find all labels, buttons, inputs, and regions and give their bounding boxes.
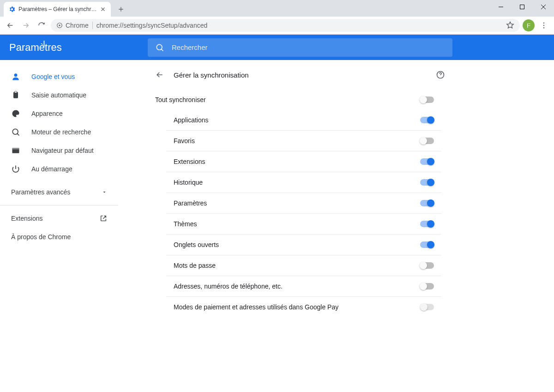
person-icon [11, 72, 20, 81]
palette-icon [11, 109, 20, 118]
sync-item-label: Mots de passe [174, 262, 216, 269]
window-controls [490, 0, 554, 14]
profile-avatar[interactable]: F [523, 19, 535, 31]
back-arrow-icon[interactable] [155, 70, 164, 79]
sync-item-toggle[interactable] [420, 138, 434, 144]
sync-item-toggle[interactable] [420, 262, 434, 269]
svg-point-6 [157, 44, 162, 50]
sync-item-row: Onglets ouverts [166, 234, 441, 255]
forward-button[interactable] [19, 19, 32, 32]
sidebar-about-label: À propos de Chrome [11, 233, 71, 241]
sync-item-row: Thèmes [166, 213, 441, 234]
sync-item-toggle[interactable] [420, 241, 434, 248]
sidebar-item-label: Apparence [31, 110, 63, 117]
page-header: Gérer la synchronisation [148, 60, 452, 90]
browser-toolbar: Chrome chrome://settings/syncSetup/advan… [0, 17, 554, 35]
sidebar-item-startup[interactable]: Au démarrage [0, 160, 118, 178]
menu-button[interactable] [537, 19, 550, 32]
search-icon [11, 127, 20, 137]
svg-point-10 [12, 129, 18, 134]
url-text: chrome://settings/syncSetup/advanced [96, 22, 207, 29]
search-icon [155, 43, 164, 52]
settings-search-input[interactable] [172, 43, 445, 51]
content: Google et vous Saisie automatique Appare… [0, 60, 554, 392]
site-chip-label: Chrome [66, 22, 89, 29]
sync-settings-list: Tout synchroniser ApplicationsFavorisExt… [148, 90, 452, 328]
sync-item-label: Modes de paiement et adresses utilisés d… [174, 303, 338, 311]
text-cursor-icon: I [43, 39, 45, 49]
address-bar[interactable]: Chrome chrome://settings/syncSetup/advan… [51, 19, 520, 32]
external-link-icon [100, 215, 107, 222]
sidebar-item-search[interactable]: Moteur de recherche [0, 123, 118, 141]
sidebar-item-label: Saisie automatique [31, 91, 86, 99]
reload-button[interactable] [35, 19, 48, 32]
settings-header: Paramètres I [0, 35, 554, 60]
sidebar-about[interactable]: À propos de Chrome [0, 228, 118, 246]
tab-strip: Paramètres – Gérer la synchronis [0, 0, 127, 17]
sidebar-extensions-label: Extensions [11, 215, 42, 222]
site-chip: Chrome [56, 22, 89, 29]
clipboard-icon [11, 90, 20, 100]
window-icon [11, 146, 20, 155]
power-icon [11, 164, 20, 174]
sync-item-toggle[interactable] [420, 179, 434, 186]
close-window-button[interactable] [533, 0, 554, 14]
sidebar-item-label: Google et vous [31, 73, 75, 80]
sync-item-row: Favoris [166, 130, 441, 151]
sync-item-row: Extensions [166, 151, 441, 172]
sync-item-row: Paramètres [166, 193, 441, 213]
sidebar-item-label: Navigateur par défaut [31, 147, 94, 154]
sidebar-item-label: Moteur de recherche [31, 128, 91, 136]
svg-rect-12 [12, 148, 19, 149]
help-icon[interactable] [436, 70, 445, 79]
svg-point-4 [543, 25, 544, 26]
sync-item-label: Adresses, numéros de téléphone, etc. [174, 283, 283, 290]
sync-item-label: Thèmes [174, 220, 197, 228]
sync-item-toggle[interactable] [420, 117, 434, 123]
sync-item-row: Historique [166, 172, 441, 193]
sidebar-item-default-browser[interactable]: Navigateur par défaut [0, 141, 118, 160]
settings-search[interactable] [148, 38, 452, 57]
svg-point-7 [14, 73, 18, 77]
maximize-button[interactable] [512, 0, 533, 14]
new-tab-button[interactable] [114, 3, 127, 16]
sidebar-item-google[interactable]: Google et vous [0, 67, 118, 86]
browser-tab[interactable]: Paramètres – Gérer la synchronis [4, 2, 111, 17]
sync-item-label: Paramètres [174, 199, 207, 207]
sync-item-toggle [420, 304, 434, 310]
close-tab-icon[interactable] [100, 6, 106, 12]
sidebar: Google et vous Saisie automatique Appare… [0, 60, 118, 392]
chevron-down-icon [102, 189, 107, 195]
sidebar-advanced-label: Paramètres avancés [11, 188, 70, 196]
sync-item-toggle[interactable] [420, 283, 434, 289]
separator [92, 22, 93, 29]
bookmark-star-icon[interactable] [506, 21, 514, 30]
minimize-button[interactable] [490, 0, 512, 14]
sidebar-advanced[interactable]: Paramètres avancés [0, 183, 118, 201]
divider [0, 205, 118, 205]
back-button[interactable] [4, 19, 17, 32]
svg-rect-0 [520, 5, 524, 9]
sync-item-label: Onglets ouverts [174, 241, 219, 248]
gear-icon [8, 6, 16, 13]
sidebar-item-autofill[interactable]: Saisie automatique [0, 86, 118, 104]
sidebar-item-label: Au démarrage [31, 165, 72, 173]
tab-title: Paramètres – Gérer la synchronis [18, 6, 97, 12]
sync-item-label: Favoris [174, 137, 195, 145]
sync-item-row: Modes de paiement et adresses utilisés d… [166, 296, 441, 317]
settings-title: Paramètres I [9, 42, 148, 54]
sync-all-row: Tout synchroniser [148, 90, 441, 110]
svg-point-5 [543, 27, 544, 28]
svg-rect-9 [15, 91, 17, 93]
page-title: Gérer la synchronisation [174, 71, 427, 79]
settings-card: Gérer la synchronisation Tout synchronis… [148, 60, 452, 392]
sync-item-label: Applications [174, 116, 209, 124]
sync-all-toggle[interactable] [420, 96, 434, 103]
sync-item-toggle[interactable] [420, 221, 434, 227]
sync-item-row: Adresses, numéros de téléphone, etc. [166, 276, 441, 296]
sidebar-extensions[interactable]: Extensions [0, 209, 118, 228]
sync-item-row: Applications [166, 110, 441, 130]
sidebar-item-appearance[interactable]: Apparence [0, 104, 118, 123]
sync-item-toggle[interactable] [420, 200, 434, 206]
sync-item-toggle[interactable] [420, 158, 434, 165]
